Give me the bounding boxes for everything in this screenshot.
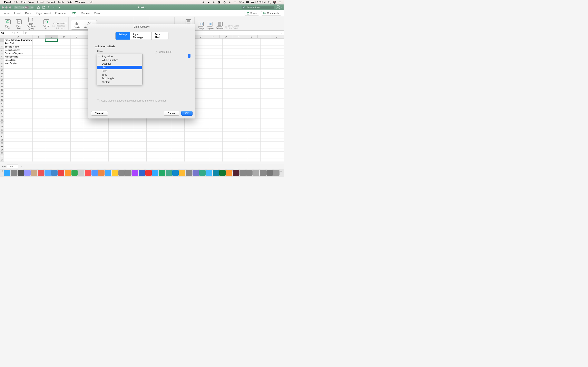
dock-app-20[interactable]: [139, 170, 145, 176]
row-header-24[interactable]: 24: [0, 115, 4, 118]
dock-app-7[interactable]: [51, 170, 58, 176]
dock-app-23[interactable]: [159, 170, 165, 176]
dock-app-35[interactable]: [240, 170, 246, 176]
dock-app-2[interactable]: [17, 170, 24, 176]
cancel-button[interactable]: Cancel: [164, 111, 179, 116]
dock-app-34[interactable]: [233, 170, 239, 176]
allow-option-whole-number[interactable]: Whole number: [97, 58, 142, 62]
dock-app-31[interactable]: [213, 170, 219, 176]
name-box[interactable]: C1▴▾: [0, 32, 15, 34]
tab-home[interactable]: Home: [2, 10, 9, 16]
cell-a1[interactable]: Favorite Female Characters: [4, 39, 32, 42]
dock-app-12[interactable]: [85, 170, 91, 176]
properties-button[interactable]: Properties: [52, 25, 67, 27]
creative-cloud-icon[interactable]: ◎: [212, 1, 215, 4]
row-header-25[interactable]: 25: [0, 118, 4, 122]
row-header-6[interactable]: 6: [0, 55, 4, 58]
dock-app-18[interactable]: [125, 170, 131, 176]
dock-app-39[interactable]: [267, 170, 273, 176]
row-header-11[interactable]: 11: [0, 72, 4, 75]
siri-icon[interactable]: [273, 1, 276, 4]
row-header-1[interactable]: 1: [0, 39, 4, 42]
dock-app-30[interactable]: [206, 170, 212, 176]
dock-app-38[interactable]: [260, 170, 266, 176]
qat-customize-icon[interactable]: ▾: [58, 6, 61, 9]
comments-button[interactable]: Comments: [261, 11, 281, 16]
allow-option-any-value[interactable]: Any value: [97, 55, 142, 58]
col-header-a[interactable]: A: [4, 35, 33, 38]
row-header-22[interactable]: 22: [0, 108, 4, 111]
row-header-13[interactable]: 13: [0, 78, 4, 82]
dock-app-11[interactable]: [78, 170, 84, 176]
dock-app-14[interactable]: [98, 170, 104, 176]
new-db-query-button[interactable]: New DatabaseQuery: [25, 17, 38, 30]
dock-app-40[interactable]: [273, 170, 279, 176]
row-header-15[interactable]: 15: [0, 85, 4, 88]
tab-formulas[interactable]: Formulas: [55, 10, 66, 16]
undo-icon[interactable]: [47, 6, 51, 9]
dialog-tab-settings[interactable]: Settings: [116, 32, 130, 40]
fx-label[interactable]: fx: [24, 32, 28, 34]
autosave-toggle[interactable]: AutoSave OFF: [14, 6, 34, 9]
dock-app-36[interactable]: [246, 170, 252, 176]
dock-app-33[interactable]: [226, 170, 232, 176]
app-name[interactable]: Excel: [4, 1, 11, 4]
dock-app-25[interactable]: [172, 170, 179, 176]
dropbox-icon[interactable]: ⬇︎: [201, 1, 205, 4]
row-header-17[interactable]: 17: [0, 92, 4, 95]
col-header-p[interactable]: P: [207, 35, 220, 38]
row-header-12[interactable]: 12: [0, 75, 4, 78]
row-header-9[interactable]: 9: [0, 65, 4, 68]
allow-dropdown[interactable]: Any value Whole number Decimal List Date…: [97, 54, 189, 85]
col-header-q[interactable]: Q: [220, 35, 232, 38]
dock-app-0[interactable]: [4, 170, 10, 176]
search-sheet-input[interactable]: Search Sheet: [242, 6, 274, 9]
row-header-23[interactable]: 23: [0, 112, 4, 115]
allow-option-custom[interactable]: Custom: [97, 80, 142, 84]
row-header-29[interactable]: 29: [0, 132, 4, 135]
tab-review[interactable]: Review: [81, 10, 90, 16]
menu-edit[interactable]: Edit: [21, 1, 26, 4]
cell-a8[interactable]: Yara Greyjoy: [4, 62, 17, 65]
dock-app-5[interactable]: [38, 170, 44, 176]
row-header-18[interactable]: 18: [0, 95, 4, 98]
menu-tools[interactable]: Tools: [58, 1, 64, 4]
col-header-e[interactable]: E: [70, 35, 83, 38]
row-header-20[interactable]: 20: [0, 102, 4, 105]
dock-app-17[interactable]: [118, 170, 125, 176]
tab-page-layout[interactable]: Page Layout: [36, 10, 51, 16]
dialog-tab-input-message[interactable]: Input Message: [130, 32, 152, 40]
sheet-tab-got[interactable]: GoT: [7, 165, 18, 168]
row-header-16[interactable]: 16: [0, 88, 4, 92]
dock-app-1[interactable]: [11, 170, 17, 176]
dialog-tab-error-alert[interactable]: Error Alert: [152, 32, 168, 40]
dock-app-32[interactable]: [219, 170, 226, 176]
dock-app-37[interactable]: [253, 170, 259, 176]
sheet-nav-next-icon[interactable]: ▶: [4, 165, 6, 168]
row-header-7[interactable]: 7: [0, 58, 4, 62]
tray-app-icon[interactable]: ▣: [217, 1, 221, 4]
window-traffic-lights[interactable]: [2, 6, 11, 8]
ungroup-button[interactable]: Ungroup: [206, 22, 214, 30]
feedback-chevron-icon[interactable]: ⌄: [280, 6, 282, 8]
row-header-19[interactable]: 19: [0, 98, 4, 101]
tab-insert[interactable]: Insert: [14, 10, 21, 16]
row-header-10[interactable]: 10: [0, 68, 4, 72]
formula-expand-icon[interactable]: ⌄: [279, 31, 284, 34]
row-header-28[interactable]: 28: [0, 128, 4, 132]
menu-format[interactable]: Format: [47, 1, 55, 4]
group-button[interactable]: Group: [197, 22, 204, 30]
ok-button[interactable]: OK: [181, 111, 192, 116]
airplay-icon[interactable]: ▢: [223, 1, 226, 4]
row-header-36[interactable]: 36: [0, 155, 4, 158]
cell-a2[interactable]: Arya Stark: [4, 42, 15, 45]
sheet-nav-prev-icon[interactable]: ◀: [2, 165, 3, 168]
clock[interactable]: Wed 9:08 AM: [251, 1, 266, 4]
dock-app-4[interactable]: [31, 170, 37, 176]
stocks-button[interactable]: Stocks: [73, 21, 81, 29]
row-header-37[interactable]: 37: [0, 158, 4, 161]
row-header-26[interactable]: 26: [0, 122, 4, 125]
connections-button[interactable]: Connections: [52, 22, 67, 24]
col-header-u[interactable]: U: [270, 35, 283, 38]
tab-draw[interactable]: Draw: [25, 10, 31, 16]
